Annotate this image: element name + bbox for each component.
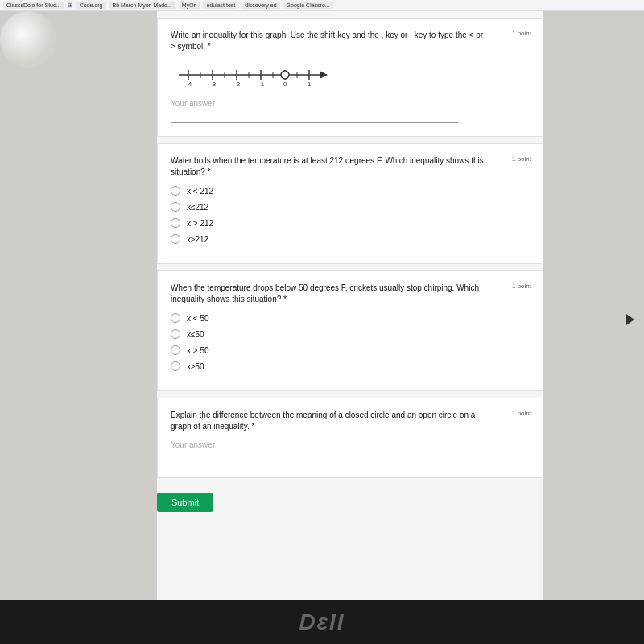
q2-radio-3[interactable]	[171, 218, 180, 228]
question-card-1: 1 point Write an inequality for this gra…	[157, 18, 543, 137]
q2-label-1: x < 212	[187, 187, 213, 196]
q3-radio-3[interactable]	[171, 345, 180, 355]
svg-text:-1: -1	[258, 80, 265, 88]
q4-text: Explain the difference between the meani…	[171, 410, 530, 432]
q3-points: 1 point	[512, 283, 531, 290]
light-reflection	[0, 11, 56, 68]
q1-answer-input[interactable]	[171, 110, 458, 123]
q2-label-2: x≤212	[187, 203, 208, 212]
q2-option-4[interactable]: x≥212	[171, 234, 530, 244]
q3-option-1[interactable]: x < 50	[171, 313, 530, 323]
tab-edulast[interactable]: edulast test	[203, 2, 238, 9]
tab-google[interactable]: Google Classro...	[283, 2, 333, 9]
svg-text:-4: -4	[186, 80, 192, 88]
q3-label-4: x≥50	[187, 362, 204, 371]
q3-label-2: x≤50	[187, 330, 204, 339]
dell-area: DεII	[0, 600, 644, 644]
tab-discovery[interactable]: discovery ed	[242, 2, 279, 9]
svg-text:-2: -2	[234, 80, 241, 88]
q1-text: Write an inequality for this graph. Use …	[171, 30, 530, 52]
browser-bar: ClasssDojo for Stud... ⊞ Code.org Bb Mar…	[0, 0, 644, 11]
svg-text:0: 0	[283, 80, 287, 88]
svg-text:-3: -3	[210, 80, 217, 88]
q3-radio-4[interactable]	[171, 361, 180, 371]
q2-radio-1[interactable]	[171, 186, 180, 196]
q2-label-3: x > 212	[187, 219, 213, 228]
q2-label-4: x≥212	[187, 235, 208, 244]
question-card-2: 1 point Water boils when the temperature…	[157, 143, 543, 264]
tab-myon[interactable]: MyOn	[179, 2, 200, 9]
submit-area: Submit	[157, 485, 543, 533]
q4-answer-input[interactable]	[171, 452, 458, 464]
q1-points: 1 point	[512, 30, 531, 37]
svg-point-11	[281, 71, 289, 79]
q3-label-3: x > 50	[187, 346, 209, 355]
q2-option-3[interactable]: x > 212	[171, 218, 530, 228]
q3-radio-2[interactable]	[171, 329, 180, 339]
q3-option-2[interactable]: x≤50	[171, 329, 530, 339]
number-line-area: -4 -3 -2 -1 0 1	[171, 60, 530, 89]
q3-option-4[interactable]: x≥50	[171, 361, 530, 371]
question-card-3: 1 point When the temperature drops below…	[157, 270, 543, 391]
tab-myon-madd[interactable]: Bb March Myon Madd...	[109, 2, 175, 9]
q2-points: 1 point	[512, 155, 531, 163]
q3-option-3[interactable]: x > 50	[171, 345, 530, 355]
svg-text:1: 1	[308, 80, 312, 88]
q2-radio-2[interactable]	[171, 202, 180, 212]
question-card-4: 1 point Explain the difference between t…	[157, 398, 543, 478]
q4-answer-placeholder: Your answer	[171, 440, 530, 449]
submit-button[interactable]: Submit	[157, 493, 213, 512]
q2-option-2[interactable]: x≤212	[171, 202, 530, 212]
number-line-svg: -4 -3 -2 -1 0 1	[171, 60, 332, 89]
q4-points: 1 point	[512, 410, 531, 417]
dell-logo: DεII	[299, 609, 345, 635]
form-container: 1 point Write an inequality for this gra…	[157, 11, 543, 644]
main-content: 1 point Write an inequality for this gra…	[0, 11, 644, 644]
q2-option-1[interactable]: x < 212	[171, 186, 530, 196]
q3-radio-1[interactable]	[171, 313, 180, 323]
tab-codeorg[interactable]: Code.org	[76, 2, 106, 9]
q3-label-1: x < 50	[187, 314, 209, 323]
q3-text: When the temperature drops below 50 degr…	[171, 283, 530, 305]
q1-answer-placeholder: Your answer	[171, 99, 530, 108]
cursor-arrow	[626, 314, 634, 325]
q2-radio-4[interactable]	[171, 234, 180, 244]
q2-text: Water boils when the temperature is at l…	[171, 155, 530, 178]
svg-marker-1	[320, 71, 328, 79]
tab-classdojo[interactable]: ClasssDojo for Stud...	[3, 2, 64, 9]
